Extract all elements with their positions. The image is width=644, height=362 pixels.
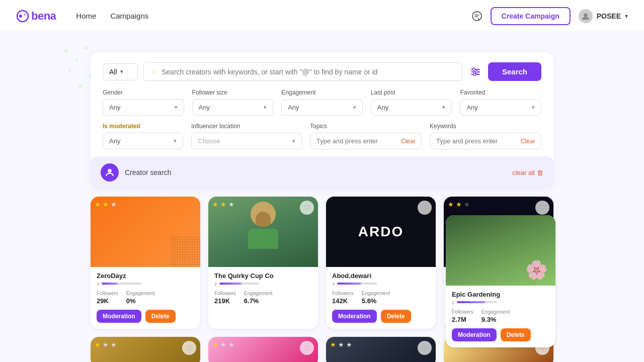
- card-abod-stats: Followers 142K Engagement 5.6%: [332, 291, 430, 305]
- card-zerodayz: ★ ★ ★ ZeroDayz ♪ Followers 29K: [91, 197, 200, 329]
- keywords-input-wrap: Clear: [430, 133, 541, 149]
- platform-select[interactable]: All ▾: [103, 63, 138, 80]
- chat-button[interactable]: [471, 11, 482, 22]
- followers-label: Followers: [332, 291, 354, 296]
- star-3: ★: [346, 341, 352, 348]
- favorited-label: Favorited: [460, 89, 541, 96]
- star-3: ★: [111, 201, 117, 208]
- ethan-heart-button[interactable]: ♡: [535, 201, 549, 215]
- card-abod-platform: ♪: [332, 281, 430, 287]
- epic-delete-button[interactable]: Delete: [501, 328, 531, 341]
- engagement-label: Engagement: [244, 291, 273, 296]
- create-campaign-button[interactable]: Create Campaign: [491, 7, 571, 25]
- follower-size-select[interactable]: Any ▾: [192, 99, 274, 116]
- topics-input[interactable]: [316, 137, 401, 145]
- card-dark: ★ ★ ★ ♡: [326, 337, 436, 362]
- followers-label: Followers: [214, 291, 236, 296]
- gender-select[interactable]: Any ▾: [103, 99, 184, 116]
- svg-point-0: [17, 11, 28, 22]
- clear-all-label: clear all: [512, 169, 535, 176]
- is-moderated-select[interactable]: Any ▾: [103, 133, 183, 149]
- platform-select-arrow: ▾: [120, 68, 123, 75]
- card-abod-body: Abod.dewari ♪ Followers 142K Engagement …: [326, 267, 436, 329]
- epic-followers: Followers 2.7M: [452, 309, 473, 323]
- search-input[interactable]: [162, 68, 455, 76]
- is-moderated-filter: Is moderated Any ▾: [103, 123, 183, 149]
- avatar-icon: [581, 12, 590, 21]
- filter-icon: [470, 66, 481, 77]
- keywords-filter: Keywords Clear: [430, 123, 541, 149]
- card-dog: ★ ★ ★ ♡: [91, 337, 200, 362]
- abod-moderation-button[interactable]: Moderation: [332, 310, 377, 323]
- last-post-select[interactable]: Any ▾: [371, 99, 452, 116]
- topics-filter: Topics Clear: [310, 123, 422, 149]
- zerodayz-delete-button[interactable]: Delete: [145, 310, 176, 323]
- nav-home[interactable]: Home: [76, 12, 96, 20]
- abod-heart-button[interactable]: ♡: [418, 201, 432, 215]
- zerodayz-moderation-button[interactable]: Moderation: [97, 310, 141, 323]
- svg-point-12: [108, 169, 112, 173]
- user-avatar: [579, 9, 593, 23]
- last-post-arrow: ▾: [442, 104, 445, 111]
- quirky-followers: Followers 219K: [214, 291, 236, 305]
- tiktok-icon: ♪: [452, 299, 455, 305]
- card-dog-stars: ★ ★ ★: [95, 341, 117, 348]
- person-icon: [105, 168, 114, 177]
- followers-value: 219K: [214, 297, 236, 305]
- card-girl-stars: ★ ★ ★: [212, 341, 234, 348]
- quirky-heart-button[interactable]: ♡: [300, 201, 314, 215]
- dog-heart-button[interactable]: ♡: [182, 341, 196, 355]
- card-girl-image: ★ ★ ★ ♡: [208, 337, 318, 362]
- star-3: ★: [228, 341, 234, 348]
- followers-value: 142K: [332, 297, 354, 305]
- creator-search-icon: [101, 163, 119, 182]
- search-panel: All ▾ ☆ Search: [91, 52, 553, 189]
- star-2: ★: [456, 201, 462, 208]
- follower-size-filter: Follower size Any ▾: [192, 89, 274, 116]
- navbar: bena Home Campaigns Create Campaign POSE…: [0, 0, 644, 32]
- followers-value: 2.7M: [452, 316, 473, 323]
- favorited-select[interactable]: Any ▾: [460, 99, 541, 116]
- star-1: ★: [95, 201, 101, 208]
- clear-all-button[interactable]: clear all 🗑: [512, 169, 543, 176]
- card-quirky-name: The Quirky Cup Co: [214, 272, 312, 280]
- card-abod: ARDO ♡ Abod.dewari ♪ Followers: [326, 197, 436, 329]
- dark-heart-button[interactable]: ♡: [418, 341, 432, 355]
- svg-point-2: [24, 14, 26, 16]
- influencer-location-arrow: ▾: [292, 138, 295, 144]
- gender-arrow: ▾: [175, 104, 178, 111]
- search-input-wrap: ☆: [143, 62, 463, 81]
- engagement-select[interactable]: Any ▾: [281, 99, 363, 116]
- gender-filter: Gender Any ▾: [103, 89, 184, 116]
- svg-point-9: [472, 68, 475, 70]
- influencer-location-select[interactable]: Choose ▾: [191, 133, 302, 149]
- gender-label: Gender: [103, 89, 184, 96]
- star-2: ★: [220, 341, 226, 348]
- search-button[interactable]: Search: [488, 62, 541, 81]
- star-2: ★: [103, 341, 109, 348]
- engagement-value: Any: [288, 104, 299, 111]
- keywords-input[interactable]: [436, 137, 521, 145]
- follower-size-value: Any: [199, 104, 210, 111]
- abod-delete-button[interactable]: Delete: [381, 310, 411, 323]
- topics-clear-button[interactable]: Clear: [401, 138, 416, 145]
- person-photo: [248, 202, 278, 249]
- keywords-clear-button[interactable]: Clear: [521, 138, 535, 145]
- engagement-value: 9.3%: [481, 316, 510, 323]
- abod-followers: Followers 142K: [332, 291, 354, 305]
- girl-heart-button[interactable]: ♡: [300, 341, 314, 355]
- card-ethan-stars: ★ ★ ★: [448, 201, 470, 208]
- user-menu[interactable]: POSEE ▾: [579, 9, 628, 23]
- epic-moderation-button[interactable]: Moderation: [452, 328, 497, 341]
- card-quirky-stats: Followers 219K Engagement 6.7%: [214, 291, 312, 305]
- star-2: ★: [338, 341, 344, 348]
- card-zerodayz-body: ZeroDayz ♪ Followers 29K Engagement 0%: [91, 267, 200, 329]
- filter-icon-button[interactable]: [468, 64, 483, 79]
- tiktok-icon: ♪: [214, 281, 217, 287]
- platform-select-value: All: [109, 68, 117, 76]
- card-quirky-platform: ♪: [214, 281, 312, 287]
- nav-campaigns[interactable]: Campaigns: [110, 12, 148, 20]
- star-3: ★: [228, 201, 234, 208]
- followers-value: 29K: [97, 297, 118, 305]
- follower-size-arrow: ▾: [264, 104, 267, 111]
